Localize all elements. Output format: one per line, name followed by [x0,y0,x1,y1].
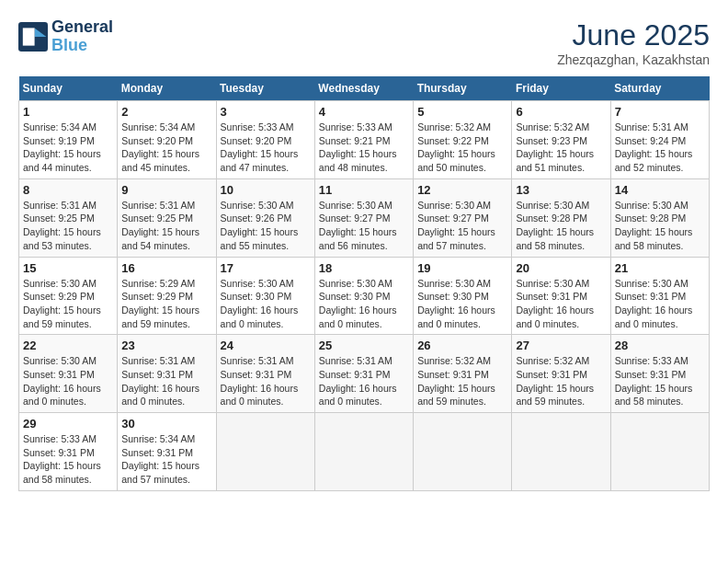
sunset-text: Sunset: 9:27 PM [319,213,391,224]
col-tuesday: Tuesday [216,76,314,101]
day-number: 5 [417,105,507,119]
daylight-text: Daylight: 15 hours [221,226,299,237]
day-info: Sunrise: 5:31 AM Sunset: 9:25 PM Dayligh… [23,199,113,253]
sunset-text: Sunset: 9:30 PM [221,291,292,302]
col-monday: Monday [118,76,216,101]
daylight-minutes: and 59 minutes. [121,318,190,329]
calendar-week-row: 15 Sunrise: 5:30 AM Sunset: 9:29 PM Dayl… [19,257,710,335]
col-friday: Friday [512,76,610,101]
day-number: 8 [23,183,113,197]
table-row: 5 Sunrise: 5:32 AM Sunset: 9:22 PM Dayli… [414,101,512,179]
sunset-text: Sunset: 9:21 PM [319,135,391,146]
sunset-text: Sunset: 9:28 PM [615,213,687,224]
sunrise-text: Sunrise: 5:30 AM [221,278,294,289]
page-header: General Blue June 2025 Zhezqazghan, Kaza… [18,18,710,67]
day-number: 16 [121,261,211,275]
sunrise-text: Sunrise: 5:30 AM [23,355,97,366]
day-number: 1 [23,105,113,119]
sunset-text: Sunset: 9:29 PM [121,291,193,302]
day-info: Sunrise: 5:30 AM Sunset: 9:30 PM Dayligh… [417,277,507,331]
daylight-text: Daylight: 15 hours [23,226,101,237]
daylight-minutes: and 58 minutes. [23,474,92,485]
table-row: 18 Sunrise: 5:30 AM Sunset: 9:30 PM Dayl… [314,257,413,335]
day-info: Sunrise: 5:34 AM Sunset: 9:31 PM Dayligh… [121,432,211,487]
day-number: 2 [121,105,211,119]
daylight-text: Daylight: 15 hours [516,148,594,159]
table-row [314,413,413,491]
day-number: 4 [319,105,409,119]
sunset-text: Sunset: 9:31 PM [516,291,587,302]
daylight-text: Daylight: 15 hours [319,226,397,237]
daylight-minutes: and 0 minutes. [23,396,86,407]
sunset-text: Sunset: 9:31 PM [417,369,489,380]
sunrise-text: Sunrise: 5:30 AM [417,278,491,289]
table-row [610,413,709,491]
sunrise-text: Sunrise: 5:33 AM [221,121,294,132]
table-row: 26 Sunrise: 5:32 AM Sunset: 9:31 PM Dayl… [414,335,512,413]
table-row: 23 Sunrise: 5:31 AM Sunset: 9:31 PM Dayl… [118,335,216,413]
table-row [512,413,610,491]
daylight-minutes: and 58 minutes. [516,240,585,251]
sunset-text: Sunset: 9:31 PM [319,369,391,380]
sunrise-text: Sunrise: 5:30 AM [23,278,97,289]
table-row: 16 Sunrise: 5:29 AM Sunset: 9:29 PM Dayl… [118,257,216,335]
table-row: 6 Sunrise: 5:32 AM Sunset: 9:23 PM Dayli… [512,101,610,179]
daylight-minutes: and 59 minutes. [516,396,585,407]
daylight-text: Daylight: 15 hours [615,383,693,394]
day-info: Sunrise: 5:34 AM Sunset: 9:20 PM Dayligh… [121,121,211,175]
day-info: Sunrise: 5:30 AM Sunset: 9:29 PM Dayligh… [23,277,113,331]
table-row: 29 Sunrise: 5:33 AM Sunset: 9:31 PM Dayl… [19,413,118,491]
day-info: Sunrise: 5:30 AM Sunset: 9:27 PM Dayligh… [417,199,507,253]
table-row: 24 Sunrise: 5:31 AM Sunset: 9:31 PM Dayl… [216,335,314,413]
daylight-minutes: and 59 minutes. [23,318,92,329]
daylight-minutes: and 44 minutes. [23,162,92,173]
daylight-minutes: and 57 minutes. [121,474,190,485]
day-info: Sunrise: 5:29 AM Sunset: 9:29 PM Dayligh… [121,277,211,331]
daylight-minutes: and 48 minutes. [319,162,388,173]
sunrise-text: Sunrise: 5:30 AM [516,200,589,211]
daylight-minutes: and 59 minutes. [417,396,486,407]
daylight-text: Daylight: 16 hours [516,304,594,316]
daylight-minutes: and 58 minutes. [615,240,684,251]
day-number: 18 [319,261,409,275]
sunset-text: Sunset: 9:31 PM [615,369,687,380]
day-number: 13 [516,183,606,197]
table-row: 14 Sunrise: 5:30 AM Sunset: 9:28 PM Dayl… [610,178,709,257]
sunset-text: Sunset: 9:25 PM [121,213,193,224]
day-number: 15 [23,261,113,275]
daylight-text: Daylight: 16 hours [221,304,299,316]
sunset-text: Sunset: 9:29 PM [23,291,95,302]
daylight-minutes: and 57 minutes. [417,240,486,251]
sunset-text: Sunset: 9:30 PM [417,291,489,302]
daylight-text: Daylight: 15 hours [23,148,101,159]
day-info: Sunrise: 5:30 AM Sunset: 9:30 PM Dayligh… [319,277,409,331]
sunset-text: Sunset: 9:31 PM [121,369,193,380]
sunset-text: Sunset: 9:30 PM [319,291,391,302]
table-row: 11 Sunrise: 5:30 AM Sunset: 9:27 PM Dayl… [314,178,413,257]
day-number: 17 [221,261,311,275]
sunset-text: Sunset: 9:19 PM [23,135,95,146]
col-wednesday: Wednesday [314,76,413,101]
sunrise-text: Sunrise: 5:34 AM [23,121,97,132]
day-number: 21 [615,261,705,275]
logo-line1: General [51,18,113,37]
daylight-minutes: and 0 minutes. [615,318,678,329]
table-row: 30 Sunrise: 5:34 AM Sunset: 9:31 PM Dayl… [118,413,216,491]
table-row: 28 Sunrise: 5:33 AM Sunset: 9:31 PM Dayl… [610,335,709,413]
day-number: 6 [516,105,606,119]
sunrise-text: Sunrise: 5:33 AM [319,121,392,132]
daylight-minutes: and 58 minutes. [615,396,684,407]
daylight-minutes: and 56 minutes. [319,240,388,251]
daylight-text: Daylight: 15 hours [23,460,101,471]
daylight-minutes: and 0 minutes. [417,318,481,329]
day-number: 19 [417,261,507,275]
sunrise-text: Sunrise: 5:30 AM [417,200,491,211]
table-row: 9 Sunrise: 5:31 AM Sunset: 9:25 PM Dayli… [118,178,216,257]
sunset-text: Sunset: 9:28 PM [516,213,587,224]
daylight-text: Daylight: 16 hours [23,383,101,394]
sunrise-text: Sunrise: 5:30 AM [319,278,392,289]
day-info: Sunrise: 5:32 AM Sunset: 9:31 PM Dayligh… [516,354,606,408]
daylight-minutes: and 54 minutes. [121,240,190,251]
table-row: 3 Sunrise: 5:33 AM Sunset: 9:20 PM Dayli… [216,101,314,179]
table-row: 22 Sunrise: 5:30 AM Sunset: 9:31 PM Dayl… [19,335,118,413]
